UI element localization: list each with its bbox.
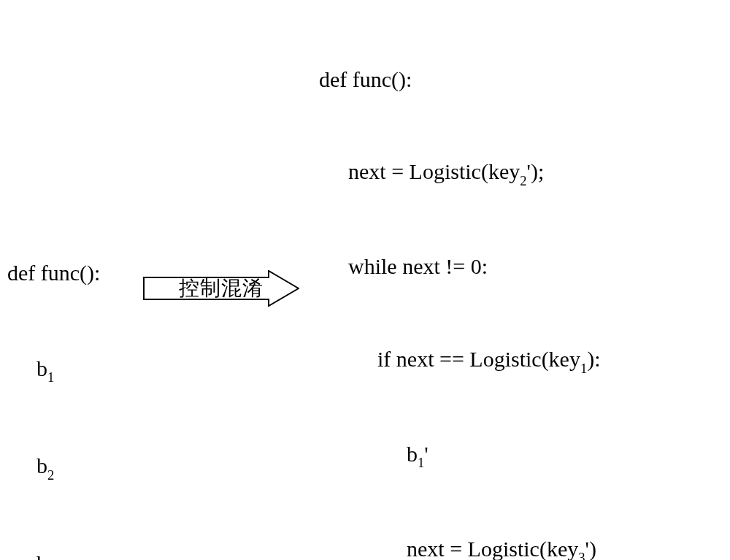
left-b1-sub: 1 bbox=[47, 369, 54, 385]
r-l5-a: next = Logistic(key bbox=[407, 537, 578, 560]
left-line-b1: b1 bbox=[7, 353, 100, 387]
right-line-next1: next = Logistic(key3') bbox=[319, 534, 616, 560]
r-l1-a: next = Logistic(key bbox=[348, 159, 520, 183]
r-l4-sub: 1 bbox=[418, 455, 424, 470]
right-line-while: while next != 0: bbox=[319, 251, 616, 282]
left-b2-sub: 2 bbox=[47, 467, 54, 483]
left-b2-base: b bbox=[36, 453, 47, 477]
left-line-b2: b2 bbox=[7, 450, 100, 484]
r-l5-b: ') bbox=[585, 537, 596, 560]
r-l1-b: '); bbox=[527, 159, 545, 183]
arrow-label: 控制混淆 bbox=[143, 275, 299, 302]
r-l1-sub: 2 bbox=[520, 173, 526, 188]
left-line-def: def func(): bbox=[7, 257, 100, 289]
right-line-init-next: next = Logistic(key2'); bbox=[319, 156, 616, 189]
r-l4-a: b bbox=[407, 442, 418, 466]
r-l3-sub: 1 bbox=[580, 361, 587, 376]
right-line-if1: if next == Logistic(key1): bbox=[319, 344, 616, 377]
transform-arrow: 控制混淆 bbox=[143, 270, 299, 307]
r-l3-b: ): bbox=[587, 347, 600, 371]
right-line-b1: b1' bbox=[319, 439, 616, 472]
left-b3-base: b bbox=[36, 551, 47, 560]
diagram-stage: def func(): b1 b2 b3 b4 控制混淆 def func():… bbox=[0, 0, 730, 560]
left-code-block: def func(): b1 b2 b3 b4 bbox=[7, 193, 100, 560]
right-code-block: def func(): next = Logistic(key2'); whil… bbox=[319, 2, 616, 560]
r-l5-sub: 3 bbox=[578, 550, 585, 560]
r-l4-b: ' bbox=[424, 442, 428, 466]
r-l3-a: if next == Logistic(key bbox=[377, 347, 580, 371]
left-b1-base: b bbox=[36, 356, 47, 380]
right-line-def: def func(): bbox=[319, 64, 616, 95]
left-line-b3: b3 bbox=[7, 548, 100, 560]
